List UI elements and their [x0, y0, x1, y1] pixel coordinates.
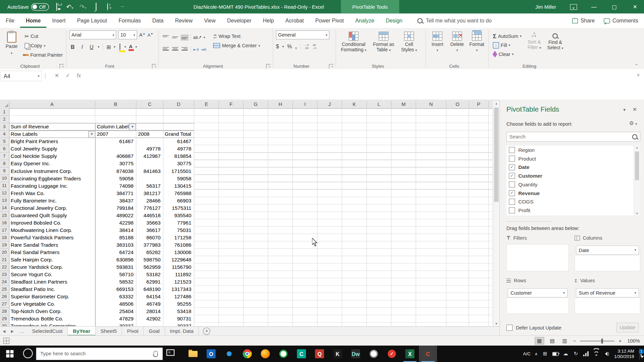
pivot-value-total[interactable]: 765988	[164, 190, 192, 197]
field-item-product[interactable]: Product	[506, 154, 640, 163]
taskbar-app-excel[interactable]: X	[401, 346, 419, 362]
copy-button[interactable]: Copy▾	[23, 42, 64, 50]
chip-dropdown-icon[interactable]: ▾	[563, 291, 565, 295]
column-header-h[interactable]: H	[268, 101, 293, 108]
pivot-customer-name[interactable]: Superior Barometer Corp.	[11, 293, 94, 300]
sheet-tab-sheet5[interactable]: Sheet5	[96, 327, 122, 336]
zoom-slider[interactable]	[580, 341, 614, 341]
pivot-value-2008[interactable]: 598750	[137, 256, 161, 263]
pivot-value-2007[interactable]: 38414	[96, 227, 133, 234]
undo-button[interactable]: ↶▾	[64, 3, 75, 10]
pivot-value-2007[interactable]: 30775	[96, 160, 133, 168]
tell-me-box[interactable]: Tell me what you want to do	[417, 18, 492, 24]
delete-cells-button[interactable]: Delete▾	[448, 31, 466, 63]
pivot-customer-name[interactable]: Fascinating Luggage Inc.	[11, 182, 94, 190]
pivot-value-2008[interactable]: 841463	[137, 168, 161, 175]
merge-center-button[interactable]: Merge & Center▾	[212, 42, 261, 50]
pivot-row-real-sandal-partners[interactable]: Real Sandal Partners6472465282130006	[9, 249, 194, 256]
tray-grid-icon[interactable]: ⊞	[542, 351, 548, 357]
normal-view-button[interactable]: ▦	[535, 337, 544, 345]
pivot-customer-name[interactable]: Powerful Yardstick Partners	[11, 234, 94, 241]
row-header-16[interactable]: 16	[0, 219, 9, 227]
pivot-row-bright-paint-partners[interactable]: Bright Paint Partners6146761467	[9, 138, 194, 145]
row-header-6[interactable]: 6	[0, 145, 9, 153]
paste-button[interactable]: Paste▾	[2, 31, 21, 63]
tray-battery-icon[interactable]	[552, 351, 559, 357]
pivot-value-2007[interactable]: 630898	[96, 256, 133, 263]
field-chip-date[interactable]: Date▾	[576, 245, 639, 255]
collapse-ribbon-button[interactable]: ⌃	[635, 63, 638, 68]
pivot-row-secure-yardstick-corp[interactable]: Secure Yardstick Corp.593831562959115679…	[9, 263, 194, 271]
align-right-button[interactable]	[181, 46, 189, 52]
row-header-12[interactable]: 12	[0, 190, 9, 197]
pivot-customer-name[interactable]: Fully Barometer Inc.	[11, 197, 94, 204]
pivot-value-2008[interactable]: 35663	[137, 219, 161, 227]
row-header-17[interactable]: 17	[0, 227, 9, 234]
column-header-k[interactable]: K	[342, 101, 367, 108]
tray-signal-icon[interactable]	[583, 351, 590, 357]
pivot-value-2007[interactable]: 384771	[96, 190, 133, 197]
start-button[interactable]	[0, 346, 20, 362]
user-name[interactable]: Jim Miller	[535, 4, 556, 10]
column-header-g[interactable]: G	[244, 101, 268, 108]
wrap-text-button[interactable]: abc↩Wrap Text	[212, 32, 261, 40]
pivot-value-2007[interactable]: 47829	[96, 315, 133, 322]
conditional-formatting-button[interactable]: Conditional Formatting ▾	[339, 31, 368, 63]
pivot-value-2007[interactable]: 799184	[96, 204, 133, 212]
pivot-table[interactable]: Sum of RevenueColumn Labels▼Row Labels▼2…	[9, 123, 194, 326]
pivot-year-2008-header[interactable]: 2008	[138, 130, 149, 138]
pivot-value-total[interactable]: 59058	[164, 175, 192, 182]
pivot-value-2007[interactable]: 64724	[96, 249, 133, 256]
cortana-icon[interactable]	[23, 349, 33, 358]
pivot-value-2007[interactable]: 489022	[96, 212, 133, 219]
field-checkbox-cogs[interactable]	[509, 199, 515, 205]
pivot-value-2007[interactable]: 593831	[96, 263, 133, 271]
column-header-l[interactable]: L	[367, 101, 391, 108]
sort-filter-button[interactable]: AZ▼ Sort & Filter ▾	[525, 31, 543, 63]
filters-area[interactable]	[506, 244, 569, 272]
grow-font-button[interactable]: A▲	[139, 32, 145, 38]
pivot-value-2008[interactable]: 412967	[137, 153, 161, 160]
row-header-25[interactable]: 25	[0, 286, 9, 293]
tools-gear-button[interactable]: ⚙ ▾	[629, 120, 637, 126]
field-checkbox-product[interactable]	[509, 156, 515, 162]
fill-button[interactable]: ↓Fill▾	[492, 41, 523, 49]
pivot-row-superior-barometer-corp[interactable]: Superior Barometer Corp.6333264154127486	[9, 293, 194, 300]
pivot-value-2007[interactable]: 85188	[96, 234, 133, 241]
new-sheet-button[interactable]: +	[203, 327, 210, 335]
autosave-toggle[interactable]: AutoSave Off ↶▾ ↷▾ ▾ ⸱⸱⸱	[7, 0, 128, 13]
row-header-8[interactable]: 8	[0, 160, 9, 168]
column-header-d[interactable]: D	[163, 101, 194, 108]
page-layout-view-button[interactable]: ▤	[548, 338, 556, 345]
field-checkbox-quantity[interactable]	[509, 181, 515, 187]
close-button[interactable]: ✕	[626, 0, 644, 13]
row-header-18[interactable]: 18	[0, 234, 9, 241]
pivot-customer-name[interactable]: Rare Sandal Traders	[11, 241, 94, 249]
sheet-tab-pivot[interactable]: Pivot	[122, 327, 144, 336]
update-button[interactable]: Update	[616, 322, 639, 332]
taskbar-app-blue-dot-app[interactable]	[220, 346, 238, 362]
bold-button[interactable]: B	[69, 44, 76, 50]
pivot-value-2008[interactable]: 36617	[137, 227, 161, 234]
pivot-customer-name[interactable]: Tremendous Ink Corporation	[11, 322, 94, 326]
row-header-11[interactable]: 11	[0, 182, 9, 190]
field-item-quantity[interactable]: Quantity	[506, 180, 640, 189]
row-header-23[interactable]: 23	[0, 271, 9, 278]
pivot-row-steadfast-linen-partners[interactable]: Steadfast Linen Partners5853262991121523	[9, 278, 194, 286]
pivot-value-2008[interactable]: 49778	[137, 145, 161, 153]
pivot-value-total[interactable]: 1156790	[164, 263, 192, 271]
pivot-row-top-notch-oven-corp[interactable]: Top-Notch Oven Corp.254042801453418	[9, 308, 194, 315]
next-sheet-button[interactable]: ▶	[8, 327, 16, 336]
row-labels-filter-button[interactable]: ▼	[88, 131, 95, 138]
pivot-row-fully-barometer-inc[interactable]: Fully Barometer Inc.384372846666903	[9, 197, 194, 204]
tab-view[interactable]: View	[198, 14, 221, 28]
pivot-value-2008[interactable]: 86070	[137, 234, 161, 241]
pivot-value-total[interactable]: 61467	[164, 138, 192, 145]
tray-expand-icon[interactable]: ∧	[535, 352, 538, 356]
row-header-28[interactable]: 28	[0, 308, 9, 315]
taskbar-clock[interactable]: 3:12 AM 1/30/2019	[614, 349, 634, 359]
pivot-customer-name[interactable]: Fresh Wax Co.	[11, 190, 94, 197]
pivot-value-2008[interactable]: 381217	[137, 190, 161, 197]
pivot-row-safe-hairpin-corp[interactable]: Safe Hairpin Corp.6308985987501229648	[9, 256, 194, 263]
underline-button[interactable]: U	[88, 44, 95, 50]
